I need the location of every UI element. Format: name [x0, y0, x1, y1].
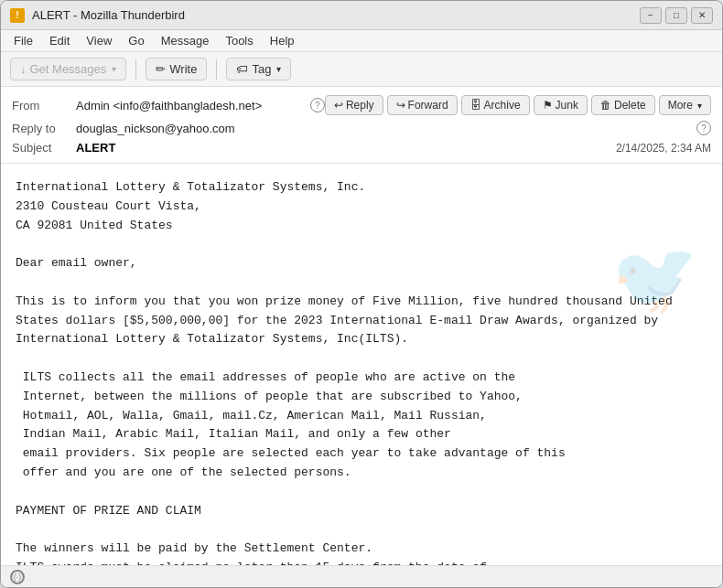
app-icon: !: [10, 8, 25, 23]
menu-bar: File Edit View Go Message Tools Help: [1, 30, 722, 52]
menu-file[interactable]: File: [6, 32, 40, 49]
menu-help[interactable]: Help: [263, 32, 302, 49]
from-verify-icon[interactable]: ?: [310, 98, 325, 112]
body-paragraph2: ILTS collects all the email addresses of…: [16, 369, 707, 483]
archive-icon: 🗄: [470, 99, 481, 112]
from-row: From Admin <info@faithbangladesh.net> ? …: [12, 92, 711, 118]
forward-button[interactable]: ↪ Forward: [387, 95, 458, 115]
subject-row: Subject ALERT 2/14/2025, 2:34 AM: [12, 138, 711, 157]
menu-message[interactable]: Message: [154, 32, 217, 49]
reply-icon: ↩: [334, 99, 343, 112]
toolbar-separator-2: [216, 59, 217, 80]
get-messages-icon: ↓: [20, 62, 27, 76]
close-button[interactable]: ✕: [691, 7, 713, 24]
delete-button[interactable]: 🗑 Delete: [591, 95, 655, 115]
reply-to-value: douglas_nickson@yahoo.com: [76, 122, 693, 135]
body-paragraph1: This is to inform you that you won prize…: [16, 293, 707, 349]
junk-icon: ⚑: [543, 99, 553, 112]
archive-button[interactable]: 🗄 Archive: [461, 95, 530, 115]
email-date: 2/14/2025, 2:34 AM: [616, 142, 711, 155]
reply-to-row: Reply to douglas_nickson@yahoo.com ?: [12, 118, 711, 138]
body-paragraph3: The winners will be paid by the Settleme…: [16, 540, 707, 565]
from-label: From: [12, 99, 76, 112]
menu-go[interactable]: Go: [121, 32, 151, 49]
reply-button[interactable]: ↩ Reply: [325, 95, 383, 115]
reply-to-verify-icon[interactable]: ?: [696, 121, 711, 135]
restore-button[interactable]: □: [665, 7, 687, 24]
from-value: Admin <info@faithbangladesh.net>: [76, 99, 307, 112]
subject-label: Subject: [12, 141, 76, 155]
body-address: International Lottery & Totalizator Syst…: [16, 178, 707, 235]
menu-edit[interactable]: Edit: [42, 32, 77, 49]
email-actions: ↩ Reply ↪ Forward 🗄 Archive ⚑ Junk 🗑: [325, 95, 711, 115]
greeting: Dear email owner,: [16, 254, 707, 273]
section-header: PAYMENT OF PRIZE AND CLAIM: [16, 502, 707, 521]
email-header: From Admin <info@faithbangladesh.net> ? …: [1, 87, 722, 164]
title-bar: ! ALERT - Mozilla Thunderbird − □ ✕: [1, 1, 722, 30]
forward-icon: ↪: [396, 99, 405, 112]
window-title: ALERT - Mozilla Thunderbird: [32, 8, 632, 22]
menu-tools[interactable]: Tools: [218, 32, 260, 49]
toolbar: ↓ Get Messages ▾ ✏ Write 🏷 Tag ▾: [1, 52, 722, 87]
write-icon: ✏: [156, 62, 166, 76]
write-button[interactable]: ✏ Write: [146, 58, 207, 80]
subject-value: ALERT: [76, 141, 616, 155]
connection-status-icon: ((·)): [10, 570, 25, 584]
junk-button[interactable]: ⚑ Junk: [534, 95, 588, 115]
delete-icon: 🗑: [600, 99, 611, 112]
more-chevron-icon: ▾: [697, 101, 702, 111]
tag-icon: 🏷: [236, 62, 248, 76]
get-messages-chevron-icon: ▾: [112, 64, 116, 74]
tag-button[interactable]: 🏷 Tag ▾: [226, 58, 291, 80]
email-body: 🐦 International Lottery & Totalizator Sy…: [1, 164, 722, 565]
get-messages-button[interactable]: ↓ Get Messages ▾: [10, 58, 126, 80]
more-button[interactable]: More ▾: [659, 95, 711, 115]
reply-to-label: Reply to: [12, 122, 76, 135]
main-window: ! ALERT - Mozilla Thunderbird − □ ✕ File…: [0, 0, 723, 588]
minimize-button[interactable]: −: [640, 7, 662, 24]
menu-view[interactable]: View: [79, 32, 119, 49]
tag-chevron-icon: ▾: [276, 64, 281, 74]
toolbar-separator-1: [135, 59, 136, 80]
window-controls: − □ ✕: [640, 7, 713, 24]
status-bar: ((·)): [1, 565, 722, 587]
